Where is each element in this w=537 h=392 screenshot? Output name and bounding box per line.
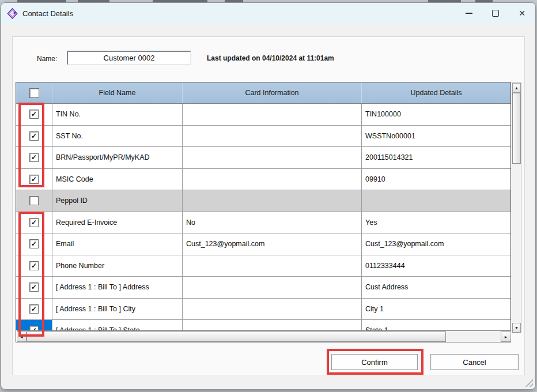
confirm-button[interactable]: Confirm: [331, 354, 418, 370]
table-row: ✓Required E-InvoiceNoYes: [16, 212, 510, 234]
table-row: ✓[ Address 1 : Bill To ] AddressCust Add…: [16, 277, 510, 299]
updated-details-cell: 09910: [362, 169, 510, 190]
field-name-cell: Email: [52, 233, 183, 255]
resize-grip[interactable]: [524, 378, 533, 387]
field-name-header: Field Name: [52, 82, 183, 103]
field-name-cell: TIN No.: [52, 104, 183, 125]
updated-details-cell: WSSTNo00001: [362, 126, 510, 147]
row-select-cell[interactable]: ✓: [16, 233, 52, 255]
changes-table: Field Name Card Information Updated Deta…: [16, 82, 521, 344]
grid: Field Name Card Information Updated Deta…: [16, 82, 511, 342]
updated-details-cell: [362, 190, 510, 212]
row-checkbox-checked-icon[interactable]: ✓: [29, 110, 39, 119]
maximize-button[interactable]: [482, 3, 509, 24]
name-field[interactable]: Customer 0002: [67, 51, 191, 65]
table-header-row: Field Name Card Information Updated Deta…: [16, 82, 510, 104]
name-label: Name:: [37, 55, 57, 63]
row-select-cell[interactable]: ✓: [16, 169, 52, 190]
table-row: ✓BRN/Passport/MyPR/MyKAD200115014321: [16, 147, 510, 169]
card-information-cell: [183, 104, 362, 125]
field-name-cell: SST No.: [52, 126, 183, 147]
last-updated-text: Last updated on 04/10/2024 at 11:01am: [207, 54, 334, 62]
updated-details-cell: State 1: [362, 320, 510, 330]
table-row: ✓[ Address 1 : Bill To ] StateState 1: [16, 320, 510, 330]
card-information-cell: [183, 320, 362, 330]
table-row: ✓SST No.WSSTNo00001: [16, 126, 510, 148]
updated-details-cell: 200115014321: [362, 147, 510, 168]
row-checkbox-checked-icon[interactable]: ✓: [29, 239, 39, 248]
card-information-cell: [183, 147, 362, 168]
select-all-checkbox-unchecked-icon[interactable]: [29, 88, 39, 98]
row-select-cell[interactable]: ✓: [16, 126, 52, 147]
scroll-right-icon: ►: [504, 335, 508, 339]
row-select-cell[interactable]: ✓: [16, 277, 52, 298]
scroll-up-button[interactable]: ▲: [512, 83, 521, 93]
row-checkbox-unchecked-icon[interactable]: [29, 196, 39, 205]
select-all-header-cell[interactable]: [16, 82, 52, 103]
scroll-left-button[interactable]: ◄: [17, 331, 27, 342]
card-information-cell: [183, 277, 362, 298]
updated-details-cell: Cust_123@yopmail.com: [362, 233, 510, 255]
row-select-cell[interactable]: ✓: [16, 212, 52, 233]
card-information-cell: [183, 190, 362, 212]
row-select-cell[interactable]: ✓: [16, 104, 52, 125]
table-row: Peppol ID: [16, 190, 510, 212]
cancel-button[interactable]: Cancel: [430, 354, 519, 370]
card-information-cell: [183, 126, 362, 147]
table-body: ✓TIN No.TIN100000✓SST No.WSSTNo00001✓BRN…: [16, 104, 510, 330]
scroll-right-button[interactable]: ►: [501, 331, 511, 342]
scroll-up-icon: ▲: [515, 86, 519, 90]
field-name-cell: [ Address 1 : Bill To ] City: [52, 299, 183, 320]
row-checkbox-checked-icon[interactable]: ✓: [29, 282, 39, 292]
scroll-left-icon: ◄: [20, 335, 24, 339]
row-select-cell[interactable]: ✓: [16, 255, 52, 277]
contact-details-dialog: Contact Details ✕ Name: Customer 0002 La…: [1, 2, 536, 390]
scroll-down-button[interactable]: ▼: [512, 323, 521, 333]
card-information-cell: [183, 255, 362, 277]
card-information-header: Card Information: [183, 82, 362, 103]
field-name-cell: BRN/Passport/MyPR/MyKAD: [52, 147, 183, 168]
updated-details-cell: City 1: [362, 299, 510, 320]
row-checkbox-checked-icon[interactable]: ✓: [29, 326, 39, 330]
horizontal-scrollbar-thumb[interactable]: [27, 331, 446, 342]
card-information-cell: [183, 299, 362, 320]
minimize-button[interactable]: [456, 3, 482, 24]
horizontal-scrollbar[interactable]: ◄ ►: [17, 330, 511, 342]
row-checkbox-checked-icon[interactable]: ✓: [29, 218, 39, 227]
vertical-scrollbar[interactable]: ▲ ▼: [512, 82, 521, 333]
window-controls: ✕: [456, 3, 535, 24]
close-icon: ✕: [519, 9, 525, 17]
window-title: Contact Details: [22, 9, 73, 18]
field-name-cell: [ Address 1 : Bill To ] State: [52, 320, 183, 330]
row-select-cell[interactable]: [16, 190, 52, 212]
table-row: ✓TIN No.TIN100000: [16, 104, 510, 126]
updated-details-cell: 0112333444: [362, 255, 510, 277]
close-button[interactable]: ✕: [509, 3, 535, 24]
field-name-cell: Peppol ID: [52, 190, 183, 212]
row-select-cell[interactable]: ✓: [16, 299, 52, 320]
table-row: ✓[ Address 1 : Bill To ] CityCity 1: [16, 299, 510, 321]
updated-details-cell: Cust Address: [362, 277, 510, 298]
field-name-cell: Required E-Invoice: [52, 212, 183, 233]
app-icon: [7, 8, 18, 19]
row-checkbox-checked-icon[interactable]: ✓: [29, 304, 39, 314]
table-row: ✓MSIC Code09910: [16, 169, 510, 191]
field-name-cell: MSIC Code: [52, 169, 183, 190]
vertical-scrollbar-thumb[interactable]: [512, 93, 521, 164]
content-panel: Name: Customer 0002 Last updated on 04/1…: [12, 36, 525, 375]
card-information-cell: [183, 169, 362, 190]
updated-details-header: Updated Details: [362, 82, 510, 103]
minimize-icon: [466, 13, 472, 13]
row-checkbox-checked-icon[interactable]: ✓: [29, 131, 39, 141]
table-row: ✓EmailCust_123@yopmail.comCust_123@yopma…: [16, 233, 510, 255]
maximize-icon: [492, 10, 499, 17]
row-checkbox-checked-icon[interactable]: ✓: [29, 261, 39, 270]
row-select-cell[interactable]: ✓: [16, 320, 52, 330]
row-select-cell[interactable]: ✓: [16, 147, 52, 168]
card-information-cell: Cust_123@yopmail.com: [183, 233, 362, 255]
scroll-down-icon: ▼: [515, 326, 519, 330]
row-checkbox-checked-icon[interactable]: ✓: [29, 153, 39, 162]
field-name-cell: [ Address 1 : Bill To ] Address: [52, 277, 183, 298]
field-name-cell: Phone Number: [52, 255, 183, 277]
row-checkbox-checked-icon[interactable]: ✓: [29, 175, 39, 184]
